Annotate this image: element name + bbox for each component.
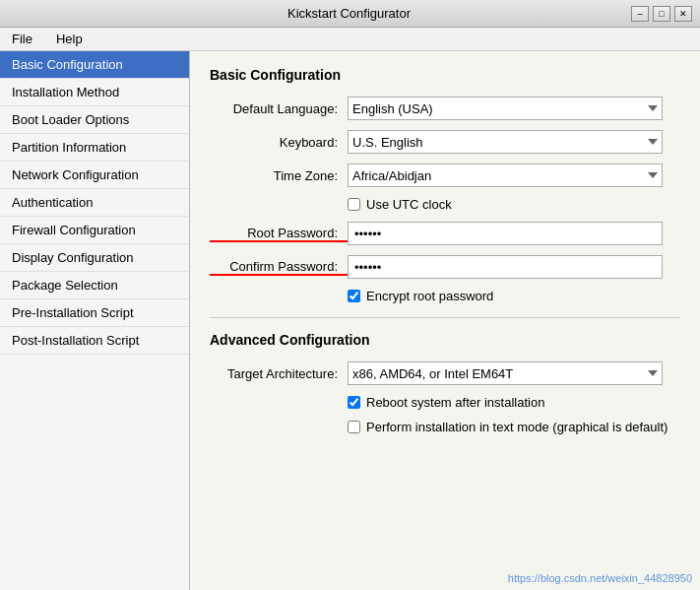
encrypt-root-checkbox[interactable] bbox=[348, 290, 360, 302]
use-utc-checkbox[interactable] bbox=[348, 198, 360, 211]
sidebar-item-post-installation-script[interactable]: Post-Installation Script bbox=[0, 327, 189, 355]
separator bbox=[210, 317, 680, 318]
reboot-label[interactable]: Reboot system after installation bbox=[366, 395, 544, 410]
minimize-button[interactable]: – bbox=[631, 6, 649, 22]
use-utc-label[interactable]: Use UTC clock bbox=[366, 197, 452, 212]
default-language-row: Default Language: English (USA) Spanish … bbox=[210, 97, 680, 120]
main-layout: Basic Configuration Installation Method … bbox=[0, 51, 700, 590]
sidebar-item-authentication[interactable]: Authentication bbox=[0, 189, 189, 217]
target-arch-label: Target Architecture: bbox=[210, 366, 348, 381]
content-area: Basic Configuration Default Language: En… bbox=[190, 51, 700, 590]
use-utc-row: Use UTC clock bbox=[210, 197, 680, 212]
advanced-config-title: Advanced Configuration bbox=[210, 332, 680, 348]
sidebar-item-partition-information[interactable]: Partition Information bbox=[0, 134, 189, 162]
timezone-label: Time Zone: bbox=[210, 168, 348, 183]
sidebar-item-firewall-configuration[interactable]: Firewall Configuration bbox=[0, 217, 189, 244]
menu-file[interactable]: File bbox=[8, 31, 36, 47]
keyboard-select[interactable]: U.S. English U.S. International UK Germa… bbox=[348, 130, 663, 154]
text-mode-row: Perform installation in text mode (graph… bbox=[210, 420, 680, 434]
sidebar-item-display-configuration[interactable]: Display Configuration bbox=[0, 244, 189, 272]
window-title: Kickstart Configurator bbox=[67, 6, 631, 21]
text-mode-label[interactable]: Perform installation in text mode (graph… bbox=[366, 420, 668, 434]
basic-config-title: Basic Configuration bbox=[210, 67, 680, 83]
sidebar-item-installation-method[interactable]: Installation Method bbox=[0, 79, 189, 106]
target-arch-row: Target Architecture: x86, AMD64, or Inte… bbox=[210, 361, 680, 385]
sidebar-item-package-selection[interactable]: Package Selection bbox=[0, 272, 189, 299]
root-password-input[interactable] bbox=[348, 222, 663, 245]
sidebar-item-pre-installation-script[interactable]: Pre-Installation Script bbox=[0, 299, 189, 327]
keyboard-label: Keyboard: bbox=[210, 135, 348, 150]
menubar: File Help bbox=[0, 28, 700, 51]
sidebar-item-network-configuration[interactable]: Network Configuration bbox=[0, 162, 189, 189]
keyboard-row: Keyboard: U.S. English U.S. Internationa… bbox=[210, 130, 680, 154]
close-button[interactable]: ✕ bbox=[674, 6, 692, 22]
default-language-label: Default Language: bbox=[210, 101, 348, 116]
encrypt-root-label[interactable]: Encrypt root password bbox=[366, 289, 493, 303]
watermark: https://blog.csdn.net/weixin_44828950 bbox=[508, 572, 692, 584]
sidebar-item-boot-loader-options[interactable]: Boot Loader Options bbox=[0, 106, 189, 134]
maximize-button[interactable]: □ bbox=[653, 6, 670, 22]
sidebar: Basic Configuration Installation Method … bbox=[0, 51, 190, 590]
titlebar: Kickstart Configurator – □ ✕ bbox=[0, 0, 700, 28]
timezone-row: Time Zone: Africa/Abidjan America/New_Yo… bbox=[210, 164, 680, 187]
default-language-select[interactable]: English (USA) Spanish French German Chin… bbox=[348, 97, 663, 120]
root-password-row: Root Password: bbox=[210, 222, 680, 245]
sidebar-item-basic-configuration[interactable]: Basic Configuration bbox=[0, 51, 189, 79]
target-arch-select[interactable]: x86, AMD64, or Intel EM64T x86 AMD64 PPC… bbox=[348, 361, 663, 385]
menu-help[interactable]: Help bbox=[52, 31, 87, 47]
reboot-checkbox[interactable] bbox=[348, 396, 360, 409]
confirm-password-input[interactable] bbox=[348, 255, 663, 279]
timezone-select[interactable]: Africa/Abidjan America/New_York America/… bbox=[348, 164, 663, 187]
text-mode-checkbox[interactable] bbox=[348, 421, 360, 433]
confirm-password-row: Confirm Password: bbox=[210, 255, 680, 279]
confirm-password-label: Confirm Password: bbox=[210, 259, 348, 276]
reboot-row: Reboot system after installation bbox=[210, 395, 680, 410]
window-controls: – □ ✕ bbox=[631, 6, 692, 22]
root-password-label: Root Password: bbox=[210, 226, 348, 242]
encrypt-root-row: Encrypt root password bbox=[210, 289, 680, 303]
